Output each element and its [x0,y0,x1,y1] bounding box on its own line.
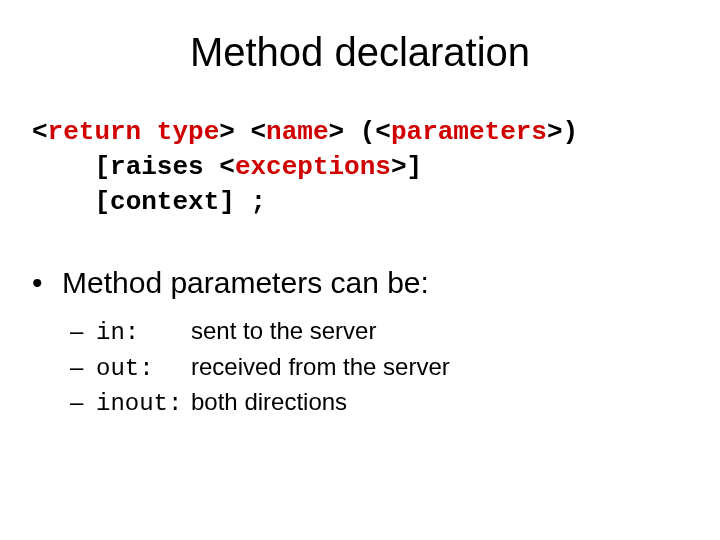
angle-open: < [375,117,391,147]
kw-return-type: return type [48,117,220,147]
kw-exceptions: exceptions [235,152,391,182]
param-desc: received from the server [191,350,450,384]
space [344,117,360,147]
param-keyword: inout: [96,387,191,421]
bullet-text: Method parameters can be: [62,266,429,300]
angle-close: > [391,152,407,182]
method-signature-code: <return type> <name> (<parameters>) [rai… [32,115,720,220]
list-item: – in: sent to the server [70,314,720,350]
bracket-close: ] [407,152,423,182]
param-keyword: out: [96,352,191,386]
angle-open: < [32,117,48,147]
bracket-close: ] [219,187,235,217]
angle-close: > [547,117,563,147]
bracket-open: [ [94,187,110,217]
list-item: – inout: both directions [70,385,720,421]
paren-close: ) [563,117,579,147]
dash-icon: – [70,314,96,348]
kw-raises: raises [110,152,204,182]
dash-icon: – [70,350,96,384]
bullet-item: • Method parameters can be: [32,266,720,300]
param-desc: sent to the server [191,314,376,348]
dash-icon: – [70,385,96,419]
angle-close: > [219,117,235,147]
kw-context: context [110,187,219,217]
space [204,152,220,182]
bullet-dot: • [32,266,62,300]
space [235,187,251,217]
list-item: – out: received from the server [70,350,720,386]
space [235,117,251,147]
parameter-list: – in: sent to the server – out: received… [70,314,720,421]
bracket-open: [ [94,152,110,182]
param-keyword: in: [96,316,191,350]
kw-name: name [266,117,328,147]
kw-parameters: parameters [391,117,547,147]
semicolon: ; [250,187,266,217]
angle-close: > [329,117,345,147]
param-desc: both directions [191,385,347,419]
slide: Method declaration <return type> <name> … [0,0,720,540]
page-title: Method declaration [0,0,720,75]
angle-open: < [219,152,235,182]
angle-open: < [250,117,266,147]
paren-open: ( [360,117,376,147]
